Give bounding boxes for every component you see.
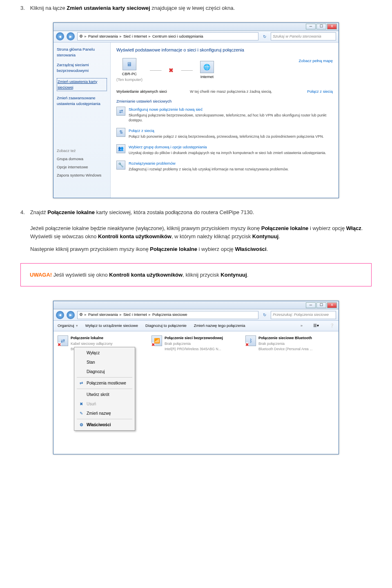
task-new-connection[interactable]: Skonfiguruj nowe połączenie lub nową sie… — [129, 107, 333, 112]
connection-bluetooth[interactable]: ᛒ✖ Połączenie sieciowe Bluetooth Brak po… — [245, 335, 327, 352]
sidebar-wireless[interactable]: Zarządzaj sieciami bezprzewodowymi — [57, 62, 107, 74]
step-4: 4. Znajdź Połączenie lokalne karty sieci… — [20, 208, 372, 217]
bluetooth-icon: ᛒ✖ — [245, 335, 256, 346]
forward-button-2[interactable]: ► — [67, 311, 75, 319]
breadcrumb[interactable]: ⚙ ▸ Panel sterowania ▸ Sieć i Internet ▸… — [77, 32, 258, 40]
task-troubleshoot[interactable]: Rozwiązywanie problemów — [129, 161, 289, 166]
warning-box: UWAGA! Jeśli wyświetli się okno Kontroli… — [20, 263, 372, 287]
menu-bridge[interactable]: ⇄Połączenia mostkowe — [75, 378, 134, 388]
diagnose-conn[interactable]: Diagnozuj to połączenie — [145, 323, 187, 329]
seealso-homegroup[interactable]: Grupa domowa — [57, 156, 107, 162]
disconnected-icon: ✖ — [169, 66, 174, 75]
maximize-button-2[interactable]: ☐ — [316, 302, 326, 308]
search-input[interactable]: Szukaj w Panelu sterowania — [271, 32, 336, 40]
minimize-button[interactable]: ─ — [306, 24, 316, 29]
address-bar-2: ◄ ► ⚙ ▸ Panel sterowania ▸ Sieć i Intern… — [53, 309, 339, 321]
internet-icon: 🌐 — [200, 61, 214, 73]
delete-icon: ✖ — [78, 401, 84, 407]
wifi-icon: 📶✖ — [151, 335, 162, 346]
sidebar: Strona główna Panelu sterowania Zarządza… — [53, 42, 111, 198]
task-connect[interactable]: Połącz z siecią — [129, 128, 324, 134]
change-settings-title: Zmienianie ustawień sieciowych — [116, 98, 333, 104]
connection-wifi[interactable]: 📶✖ Połączenie sieci bezprzewodowej Brak … — [151, 335, 233, 352]
view-icon[interactable]: ☰▾ — [313, 323, 319, 329]
more-commands[interactable]: » — [301, 323, 303, 329]
error-badge-icon: ✖ — [151, 342, 155, 347]
context-menu: Wyłącz Stan Diagnozuj ⇄Połączenia mostko… — [74, 347, 135, 431]
sidebar-advanced-sharing[interactable]: Zmień zaawansowane ustawienia udostępnia… — [57, 95, 107, 107]
control-panel-icon: ⚙ — [79, 34, 83, 39]
main-content: Wyświetl podstawowe informacje o sieci i… — [111, 42, 339, 198]
disable-icon — [78, 350, 84, 356]
step-3: 3. Kliknij na łącze Zmień ustawienia kar… — [20, 4, 372, 12]
step-4-number: 4. — [20, 208, 29, 217]
minimize-button-2[interactable]: ─ — [306, 302, 316, 308]
step-4-body: Znajdź Połączenie lokalne karty sieciowe… — [30, 208, 371, 217]
address-bar: ◄ ► ⚙ ▸ Panel sterowania ▸ Sieć i Intern… — [53, 31, 339, 42]
refresh-icon-2[interactable]: ↻ — [261, 311, 268, 319]
computer-icon: 🖥 — [122, 58, 136, 70]
seealso-firewall[interactable]: Zapora systemu Windows — [57, 172, 107, 178]
network-map: Zobacz pełną mapę 🖥 CBR-PC (Ten komputer… — [116, 58, 333, 83]
step-3-number: 3. — [20, 4, 29, 12]
sidebar-adapter-settings[interactable]: Zmień ustawienia karty sieciowej — [57, 78, 107, 92]
disable-device[interactable]: Wyłącz to urządzenie sieciowe — [85, 323, 138, 329]
sidebar-home[interactable]: Strona główna Panelu sterowania — [57, 47, 107, 58]
error-badge-icon: ✖ — [57, 342, 61, 347]
back-button-2[interactable]: ◄ — [56, 311, 64, 319]
network-connections-window: ─ ☐ X ◄ ► ⚙ ▸ Panel sterowania ▸ Sieć i … — [53, 301, 339, 454]
bridge-icon: ⇄ — [78, 380, 84, 386]
refresh-icon[interactable]: ↻ — [261, 33, 268, 40]
full-map-link[interactable]: Zobacz pełną mapę — [299, 58, 333, 64]
seealso-internet[interactable]: Opcje internetowe — [57, 164, 107, 170]
task-homegroup[interactable]: Wybierz grupę domową i opcje udostępnian… — [129, 144, 326, 150]
titlebar: ─ ☐ X — [53, 23, 339, 31]
seealso-title: Zobacz też — [57, 148, 107, 154]
organize-menu[interactable]: Organizuj — [58, 323, 74, 329]
close-button[interactable]: X — [327, 24, 337, 29]
menu-shortcut[interactable]: Utwórz skrót — [75, 390, 134, 399]
menu-delete[interactable]: ✖Usuń — [75, 399, 134, 409]
ethernet-icon: ⇄✖ — [58, 335, 68, 346]
menu-disable[interactable]: Wyłącz — [75, 348, 134, 358]
menu-rename[interactable]: ✎Zmień nazwę — [75, 409, 134, 418]
search-input-2[interactable]: Przeszukaj: Połączenia sieciowe — [271, 311, 336, 319]
back-button[interactable]: ◄ — [56, 32, 64, 40]
step-4-para-2: Jeżeli połączenie lokalne będzie nieakty… — [30, 224, 372, 240]
forward-button[interactable]: ► — [67, 32, 75, 40]
maximize-button[interactable]: ☐ — [316, 24, 326, 29]
control-panel-icon: ⚙ — [79, 312, 83, 317]
main-heading: Wyświetl podstawowe informacje o sieci i… — [116, 47, 333, 54]
titlebar-2: ─ ☐ X — [53, 301, 339, 309]
menu-diagnose[interactable]: Diagnozuj — [75, 367, 134, 376]
menu-properties[interactable]: ⚙Właściwości — [75, 420, 134, 429]
step-3-body: Kliknij na łącze Zmień ustawienia karty … — [30, 4, 371, 12]
rename-icon: ✎ — [78, 411, 84, 416]
breadcrumb-2[interactable]: ⚙ ▸ Panel sterowania ▸ Sieć i Internet ▸… — [77, 311, 258, 319]
new-connection-icon: ⇄ — [116, 107, 125, 116]
close-button-2[interactable]: X — [327, 302, 337, 308]
homegroup-icon: 👥 — [116, 144, 125, 153]
troubleshoot-icon: 🔧 — [116, 161, 125, 170]
properties-icon: ⚙ — [78, 422, 84, 428]
connect-link[interactable]: Połącz z siecią — [307, 89, 333, 94]
step-4-para-3: Następnie kliknij prawym przyciskiem mys… — [30, 245, 372, 253]
rename-conn[interactable]: Zmień nazwę tego połączenia — [194, 323, 245, 329]
connect-network-icon: ⇅ — [116, 128, 125, 137]
network-center-window: ─ ☐ X ◄ ► ⚙ ▸ Panel sterowania ▸ Sieć i … — [53, 22, 339, 198]
error-badge-icon: ✖ — [245, 342, 249, 347]
menu-status[interactable]: Stan — [75, 358, 134, 367]
help-icon[interactable]: ❔ — [330, 323, 334, 329]
command-bar: Organizuj▾ Wyłącz to urządzenie sieciowe… — [53, 321, 339, 331]
